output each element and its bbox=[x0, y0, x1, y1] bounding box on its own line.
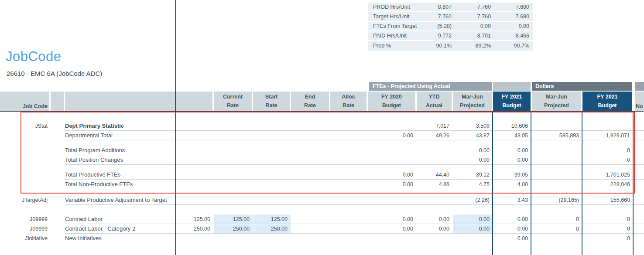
header-line: Mar-Jun bbox=[453, 92, 492, 101]
header-line: Start bbox=[253, 92, 290, 101]
cell-dollars-marjun: (29,165) bbox=[531, 195, 582, 205]
stats-value: 8.466 bbox=[491, 31, 529, 40]
column-group-notes-spacer bbox=[635, 82, 644, 91]
cell-rate: 250.00 bbox=[176, 224, 214, 234]
cell-marjun-projected[interactable]: 0.00 bbox=[453, 224, 493, 234]
header-line: Mar-Jun bbox=[532, 92, 581, 101]
cell-dollars-marjun: 0 bbox=[531, 224, 582, 234]
stats-value: 90.7% bbox=[491, 41, 529, 51]
stats-value: (5.28) bbox=[416, 22, 452, 31]
header-spacer-column bbox=[51, 92, 64, 111]
cell-marjun-projected: (2.26) bbox=[453, 195, 493, 205]
column-group-ftes: FTEs - Projected Using Actual bbox=[369, 82, 492, 91]
header-line: Budget bbox=[582, 101, 632, 110]
cell-description: Contract Labor bbox=[65, 214, 176, 224]
stats-value: 90.1% bbox=[416, 41, 452, 51]
cell-ytd-actual: 0.00 bbox=[417, 224, 453, 234]
header-line: Rate bbox=[291, 101, 329, 110]
header-line: Alloc bbox=[330, 92, 367, 101]
table-row: J09999 Contract Labor 125.00 125.00 125.… bbox=[0, 214, 644, 224]
cell-job-code: J09999 bbox=[0, 214, 49, 224]
header-line: FY 2021 bbox=[493, 92, 531, 101]
header-line: End bbox=[291, 92, 329, 101]
header-fy2021-budget: FY 2021 Budget bbox=[493, 92, 531, 111]
table-row: JTargetAdj Variable Productive Adjustmen… bbox=[0, 195, 644, 205]
stats-value: 9.772 bbox=[416, 31, 452, 40]
stats-label: PAID Hrs/Unit bbox=[368, 31, 416, 40]
cell-fy2021-budget: 0.00 bbox=[493, 224, 531, 234]
header-line: Rate bbox=[214, 101, 252, 110]
cell-current-rate[interactable]: 250.00 bbox=[214, 224, 253, 234]
cell-fy2021-budget: 0.00 bbox=[493, 214, 531, 224]
cell-start-rate[interactable]: 250.00 bbox=[253, 224, 291, 234]
column-group-dollars: Dollars bbox=[532, 82, 632, 91]
cell-fy2020-budget: 0.00 bbox=[368, 224, 417, 234]
header-line: YTD bbox=[417, 92, 452, 101]
stats-label: PROD Hrs/Unit bbox=[368, 3, 416, 11]
cell-job-code: JTargetAdj bbox=[0, 195, 49, 205]
cell-fy2021-budget: 0.00 bbox=[493, 234, 531, 243]
cell-dollars-fy2021: 0 bbox=[582, 234, 634, 243]
header-notes: No bbox=[635, 92, 644, 111]
cell-dollars-fy2021: 0 bbox=[582, 224, 634, 234]
header-line: FY 2020 bbox=[368, 92, 415, 101]
table-row: J09999 Contract Labor - Category 2 250.0… bbox=[0, 224, 644, 234]
header-line: Rate bbox=[330, 101, 367, 110]
cell-description: Contract Labor - Category 2 bbox=[65, 224, 176, 234]
header-line: Budget bbox=[368, 101, 415, 110]
header-ytd-actual: YTD Actual bbox=[417, 92, 452, 111]
stats-value: 8.807 bbox=[416, 3, 452, 11]
cell-job-code: JInitiative bbox=[0, 234, 49, 243]
header-description-column bbox=[65, 92, 212, 111]
stats-value: 8.701 bbox=[452, 31, 491, 40]
header-line: Projected bbox=[453, 101, 492, 110]
header-line: Projected bbox=[532, 101, 581, 110]
header-line: Current bbox=[214, 92, 252, 101]
stats-value: 0.00 bbox=[452, 22, 491, 31]
stats-value: 7.760 bbox=[452, 3, 491, 11]
cell-marjun-projected[interactable]: 0.00 bbox=[453, 214, 493, 224]
header-dollars-fy2021-budget: FY 2021 Budget bbox=[582, 92, 632, 111]
header-line: FY 2021 bbox=[582, 92, 632, 101]
cell-dollars-fy2021: 0 bbox=[582, 214, 634, 224]
cell-dollars-marjun: 0 bbox=[531, 214, 582, 224]
stats-value: 89.2% bbox=[452, 41, 491, 51]
stats-row: Prod % 90.1% 89.2% 90.7% bbox=[368, 41, 533, 51]
cell-current-rate[interactable]: 125.00 bbox=[214, 214, 253, 224]
stats-row: PAID Hrs/Unit 9.772 8.701 8.466 bbox=[368, 31, 533, 41]
stats-panel: PROD Hrs/Unit 8.807 7.760 7.680 Target H… bbox=[368, 3, 533, 51]
header-fy2020-budget: FY 2020 Budget bbox=[368, 92, 415, 111]
page-title: JobCode bbox=[6, 49, 62, 65]
cell-rate: 125.00 bbox=[176, 214, 214, 224]
header-end-rate: End Rate bbox=[291, 92, 329, 111]
stats-value: 7.760 bbox=[452, 12, 491, 21]
header-line: Budget bbox=[493, 101, 531, 110]
stats-row: Target Hrs/Unit 7.760 7.760 7.680 bbox=[368, 12, 533, 22]
cell-description: Variable Productive Adjustment to Target bbox=[65, 195, 176, 205]
stats-value: 7.760 bbox=[416, 12, 452, 21]
cell-job-code: J09999 bbox=[0, 224, 49, 234]
table-row: JInitiative New Initiatives 0.00 0 bbox=[0, 234, 644, 243]
header-current-rate: Current Rate bbox=[214, 92, 252, 111]
stats-label: FTEs From Target bbox=[368, 22, 416, 31]
cell-fy2020-budget: 0.00 bbox=[368, 214, 417, 224]
cell-dollars-fy2021: 155,660 bbox=[582, 195, 634, 205]
stats-row: PROD Hrs/Unit 8.807 7.760 7.680 bbox=[368, 3, 533, 12]
stats-value: 0.00 bbox=[491, 22, 529, 31]
header-start-rate: Start Rate bbox=[253, 92, 290, 111]
stats-label: Prod % bbox=[368, 41, 416, 51]
stats-value: 7.680 bbox=[491, 3, 529, 11]
header-alloc-rate: Alloc Rate bbox=[330, 92, 367, 111]
page-subtitle: 26610 - EMC 6A (JobCode ADC) bbox=[7, 70, 102, 77]
header-marjun-projected: Mar-Jun Projected bbox=[453, 92, 492, 111]
column-group-spacer bbox=[493, 82, 531, 91]
cell-fy2021-budget: 3.43 bbox=[493, 195, 531, 205]
cell-ytd-actual: 0.00 bbox=[417, 214, 453, 224]
cell-start-rate[interactable]: 125.00 bbox=[253, 214, 291, 224]
header-job-code: Job Code bbox=[0, 92, 49, 111]
stats-label: Target Hrs/Unit bbox=[368, 12, 416, 21]
cell-description: New Initiatives bbox=[65, 234, 176, 243]
stats-value: 7.680 bbox=[491, 12, 529, 21]
header-line: Actual bbox=[417, 101, 452, 110]
header-dollars-marjun-projected: Mar-Jun Projected bbox=[532, 92, 581, 111]
